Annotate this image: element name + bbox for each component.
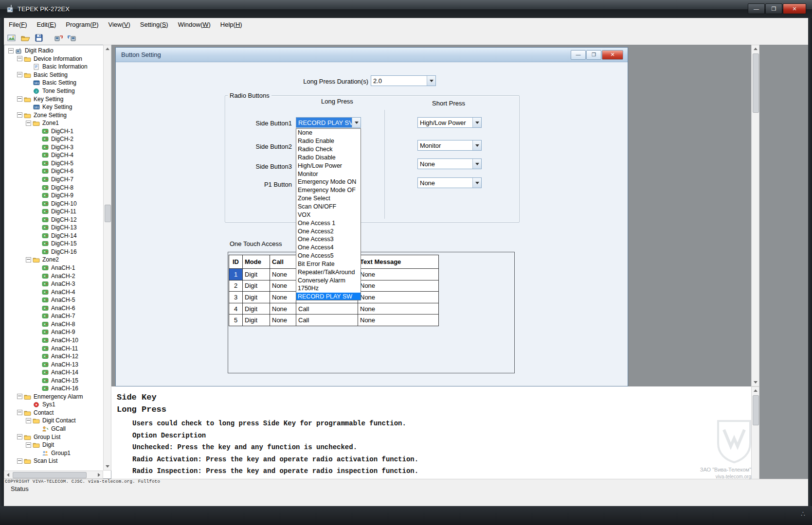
tree-item[interactable]: DigCH-10	[4, 199, 102, 208]
tree-item[interactable]: DigCH-12	[4, 215, 102, 224]
tree-item[interactable]: DigCH-9	[4, 192, 102, 200]
long-press-duration-combo[interactable]: 2.0	[371, 75, 436, 86]
collapse-icon[interactable]	[17, 56, 22, 61]
menu-edit[interactable]: Edit(E)	[32, 18, 61, 31]
tree-item[interactable]: Digit	[4, 441, 102, 449]
dropdown-option[interactable]: Repeater/TalkAround	[296, 268, 361, 276]
chevron-down-icon[interactable]	[472, 178, 481, 188]
tree-item[interactable]: Group1	[4, 449, 102, 457]
collapse-icon[interactable]	[17, 96, 22, 102]
tree-item[interactable]: Scan List	[4, 457, 102, 465]
dropdown-option[interactable]: VOX	[296, 210, 361, 219]
resize-grip[interactable]: ∴	[801, 510, 806, 518]
scrollbar-thumb[interactable]	[105, 205, 111, 222]
table-cell[interactable]: Digit	[243, 292, 270, 303]
tree-item[interactable]: Contact	[4, 409, 102, 417]
column-header[interactable]: ID	[229, 255, 243, 269]
column-header[interactable]: Mode	[243, 255, 270, 269]
tree-item[interactable]: DigCH-6	[4, 167, 102, 175]
dropdown-option[interactable]: Emergency Mode ON	[296, 178, 361, 186]
tree-item[interactable]: AnaCH-16	[4, 385, 102, 393]
table-row[interactable]: 4DigitNoneCallNone	[229, 303, 439, 315]
tree-item[interactable]: DigCH-8	[4, 183, 102, 192]
tree-item[interactable]: Basic Information	[4, 63, 102, 71]
menu-view[interactable]: View(V)	[104, 18, 135, 31]
tree-item[interactable]: DigCH-13	[4, 224, 102, 232]
scrollbar-thumb[interactable]	[753, 395, 759, 425]
dropdown-option[interactable]: Radio Enable	[296, 137, 361, 145]
tree-item[interactable]: AnaCH-11	[4, 344, 102, 352]
scroll-down-icon[interactable]	[104, 463, 111, 470]
tree-item[interactable]: Basic Setting	[4, 71, 102, 79]
tree-item[interactable]: AnaCH-1	[4, 264, 102, 272]
tree-item[interactable]: Zone2	[4, 256, 102, 264]
dropdown-option[interactable]: High/Low Power	[296, 161, 361, 170]
new-icon[interactable]	[6, 33, 18, 43]
chevron-down-icon[interactable]	[427, 76, 435, 86]
dropdown-option[interactable]: RECORD PLAY SW	[296, 293, 361, 300]
table-cell[interactable]: 4	[229, 303, 243, 315]
tree-item[interactable]: ♪Tone Setting	[4, 87, 102, 95]
table-cell[interactable]: None	[358, 315, 439, 326]
table-cell[interactable]: 2	[229, 280, 243, 292]
tree-item[interactable]: DigCH-14	[4, 232, 102, 240]
tree-item[interactable]: DigCH-1	[4, 127, 102, 135]
tree-item[interactable]: DigCH-11	[4, 208, 102, 216]
dropdown-option[interactable]: Monitor	[296, 170, 361, 178]
table-cell[interactable]: 5	[229, 315, 243, 326]
dropdown-option[interactable]: One Access5	[296, 252, 361, 260]
tree-item[interactable]: GCall	[4, 425, 102, 433]
table-cell[interactable]: Call	[296, 315, 358, 326]
close-button[interactable]: ✕	[783, 3, 806, 14]
dropdown-option[interactable]: Scan ON/OFF	[296, 203, 361, 211]
dropdown-option[interactable]: None	[296, 129, 361, 137]
table-cell[interactable]: Digit	[243, 315, 270, 326]
tree-item[interactable]: Digit Contact	[4, 417, 102, 425]
scrollbar-thumb[interactable]	[753, 53, 759, 113]
tree-item[interactable]: AnaCH-5	[4, 296, 102, 304]
side-button2-short-combo[interactable]: Monitor	[417, 140, 482, 151]
collapse-icon[interactable]	[17, 394, 22, 399]
collapse-icon[interactable]	[17, 410, 22, 415]
tree-item[interactable]: AnaCH-15	[4, 376, 102, 385]
dropdown-option[interactable]: Emergency Mode OF	[296, 186, 361, 194]
menu-help[interactable]: Help(H)	[216, 18, 247, 31]
tree-item[interactable]: AnaCH-10	[4, 336, 102, 345]
tree-item[interactable]: 101Key Setting	[4, 103, 102, 111]
open-icon[interactable]	[19, 33, 31, 43]
tree-item[interactable]: Zone Setting	[4, 111, 102, 119]
read-from-radio-icon[interactable]	[53, 33, 64, 43]
maximize-button[interactable]: ❐	[765, 3, 782, 14]
tree-item[interactable]: Zone1	[4, 119, 102, 127]
table-cell[interactable]: None	[358, 269, 439, 280]
table-cell[interactable]: None	[270, 292, 296, 303]
collapse-icon[interactable]	[26, 257, 31, 262]
dropdown-option[interactable]: Bit Error Rate	[296, 260, 361, 268]
table-cell[interactable]: None	[358, 280, 439, 292]
minimize-button[interactable]: —	[748, 3, 765, 14]
tree-item[interactable]: AnaCH-3	[4, 280, 102, 288]
tree-item[interactable]: DigCH-5	[4, 159, 102, 168]
p1-button-short-combo[interactable]: None	[417, 177, 482, 188]
collapse-icon[interactable]	[17, 112, 22, 118]
table-cell[interactable]: 3	[229, 292, 243, 303]
collapse-icon[interactable]	[26, 442, 31, 448]
tree-item[interactable]: DigCH-16	[4, 248, 102, 256]
tree-item[interactable]: AnaCH-12	[4, 352, 102, 361]
collapse-icon[interactable]	[17, 72, 22, 77]
dropdown-option[interactable]: Radio Disable	[296, 154, 361, 162]
tree-item[interactable]: DigCH-2	[4, 135, 102, 143]
tree-item[interactable]: AnaCH-4	[4, 288, 102, 296]
table-cell[interactable]: Digit	[243, 280, 270, 292]
column-header[interactable]: Text Message	[358, 255, 439, 269]
tree-item[interactable]: DigCH-15	[4, 240, 102, 248]
scroll-up-icon[interactable]	[752, 387, 759, 394]
tree-item[interactable]: AnaCH-14	[4, 368, 102, 377]
scroll-down-icon[interactable]	[752, 379, 759, 386]
child-close-button[interactable]: ✕	[602, 50, 623, 60]
table-cell[interactable]: 1	[229, 269, 243, 280]
tree-horizontal-scrollbar[interactable]	[4, 471, 103, 479]
tree-item[interactable]: 101Basic Setting	[4, 79, 102, 87]
chevron-down-icon[interactable]	[472, 118, 481, 127]
collapse-icon[interactable]	[26, 121, 31, 126]
